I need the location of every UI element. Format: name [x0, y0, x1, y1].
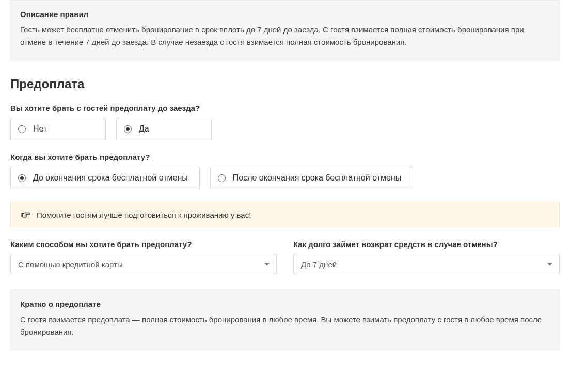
- rules-description-body: Гость может бесплатно отменить бронирова…: [20, 24, 550, 48]
- refund-time-select[interactable]: До 7 дней: [293, 254, 560, 274]
- when-prepayment-radio-group: До окончания срока бесплатной отмены Пос…: [10, 167, 560, 189]
- hand-point-right-icon: [20, 209, 30, 220]
- refund-time-label: Как долго займет возврат средств в случа…: [293, 240, 560, 249]
- when-prepayment-option-before[interactable]: До окончания срока бесплатной отмены: [10, 167, 200, 189]
- take-prepayment-radio-group: Нет Да: [10, 118, 560, 140]
- radio-icon: [18, 174, 26, 182]
- prepayment-summary-panel: Кратко о предоплате С гостя взимается пр…: [10, 290, 560, 350]
- rules-description-panel: Описание правил Гость может бесплатно от…: [10, 0, 560, 60]
- rules-description-title: Описание правил: [20, 10, 550, 19]
- radio-label: До окончания срока бесплатной отмены: [33, 173, 188, 183]
- prepayment-summary-title: Кратко о предоплате: [20, 300, 550, 308]
- prepayment-summary-body: С гостя взимается предоплата — полная ст…: [20, 314, 550, 338]
- when-prepayment-option-after[interactable]: После окончания срока бесплатной отмены: [210, 167, 413, 189]
- select-row: Каким способом вы хотите брать предоплат…: [10, 240, 560, 274]
- radio-label: Да: [139, 124, 149, 134]
- prepay-method-select[interactable]: С помощью кредитной карты: [10, 254, 277, 274]
- radio-icon: [18, 125, 26, 133]
- take-prepayment-option-yes[interactable]: Да: [116, 118, 212, 140]
- prepayment-section-title: Предоплата: [10, 77, 560, 91]
- prepay-method-group: Каким способом вы хотите брать предоплат…: [10, 240, 277, 274]
- radio-label: Нет: [33, 124, 47, 134]
- hint-banner: Помогите гостям лучше подготовиться к пр…: [10, 202, 560, 227]
- radio-label: После окончания срока бесплатной отмены: [233, 173, 401, 183]
- refund-time-group: Как долго займет возврат средств в случа…: [293, 240, 560, 274]
- prepay-method-label: Каким способом вы хотите брать предоплат…: [10, 240, 277, 249]
- radio-icon: [124, 125, 132, 133]
- when-prepayment-label: Когда вы хотите брать предоплату?: [10, 153, 560, 161]
- radio-icon: [218, 174, 226, 182]
- take-prepayment-option-no[interactable]: Нет: [10, 118, 106, 140]
- take-prepayment-label: Вы хотите брать с гостей предоплату до з…: [10, 104, 560, 112]
- hint-text: Помогите гостям лучше подготовиться к пр…: [37, 210, 251, 219]
